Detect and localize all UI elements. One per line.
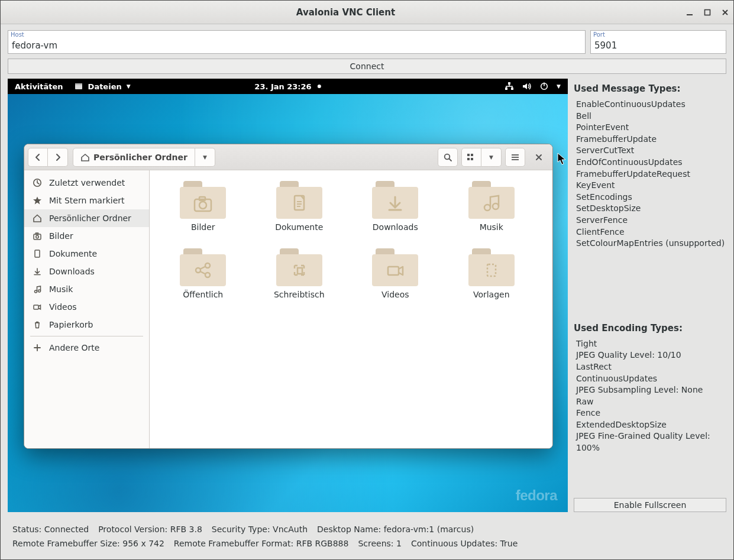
sidebar-item[interactable]: Mit Stern markiert — [24, 192, 149, 209]
headerbar: Persönlicher Ordner ▼ ▼ — [24, 144, 552, 170]
notification-dot-icon — [318, 85, 321, 88]
msgtype-item: Bell — [576, 111, 726, 122]
framebuffer-view[interactable]: Aktivitäten Dateien ▼ 23. Jan 23:26 — [8, 79, 568, 512]
port-label: Port — [593, 31, 605, 38]
sidebar-item-label: Bilder — [49, 231, 73, 241]
status-segment: Security Type: VncAuth — [212, 523, 308, 537]
msgtypes-list: EnableContinuousUpdatesBellPointerEventF… — [574, 99, 726, 250]
search-button[interactable] — [438, 148, 458, 167]
folder-label: Dokumente — [275, 222, 323, 232]
enctypes-list: TightJPEG Quality Level: 10/10LastRectCo… — [574, 338, 726, 454]
sidebar-item[interactable]: Downloads — [24, 263, 149, 280]
sidebar-item[interactable]: Persönlicher Ordner — [24, 209, 149, 227]
connect-button[interactable]: Connect — [8, 59, 726, 74]
clock[interactable]: 23. Jan 23:26 — [254, 82, 321, 91]
status-segment: Desktop Name: fedora-vm:1 (marcus) — [317, 523, 474, 537]
view-options-button[interactable]: ▼ — [481, 148, 502, 167]
folder-icon — [180, 248, 226, 286]
status-segment: Status: Connected — [12, 523, 89, 537]
folder-item[interactable]: Videos — [350, 248, 441, 299]
port-value: 5901 — [594, 40, 617, 51]
sidebar-item[interactable]: Videos — [24, 298, 149, 316]
sidebar-item[interactable]: Musik — [24, 280, 149, 298]
hamburger-menu-button[interactable] — [505, 148, 525, 167]
enctype-item: Tight — [576, 338, 726, 350]
video-icon — [33, 302, 42, 312]
view-grid-button[interactable] — [461, 148, 481, 167]
folder-item[interactable]: Dokumente — [254, 181, 345, 232]
msgtype-item: SetEncodings — [576, 192, 726, 203]
folder-item[interactable]: Vorlagen — [447, 248, 537, 299]
msgtype-item: FramebufferUpdateRequest — [576, 169, 726, 180]
path-button[interactable]: Persönlicher Ordner — [73, 148, 195, 167]
host-field[interactable]: Host fedora-vm — [8, 30, 586, 54]
close-icon — [535, 153, 543, 161]
folder-item[interactable]: Musik — [447, 181, 537, 232]
network-icon[interactable] — [505, 82, 514, 90]
folder-icon — [180, 181, 226, 219]
svg-rect-1 — [705, 9, 710, 15]
file-view[interactable]: BilderDokumenteDownloadsMusikÖffentlichS… — [150, 170, 552, 448]
folder-item[interactable]: Schreibtisch — [254, 248, 345, 299]
grid-icon — [467, 153, 476, 161]
folder-item[interactable]: Bilder — [158, 181, 248, 232]
svg-rect-11 — [471, 154, 473, 156]
status-segment: Remote Framebuffer Format: RFB RGB888 — [174, 537, 349, 551]
sidebar-item[interactable]: Bilder — [24, 227, 149, 245]
port-field[interactable]: Port 5901 — [590, 30, 726, 54]
folder-item[interactable]: Öffentlich — [158, 248, 248, 299]
app-menu[interactable]: Dateien ▼ — [74, 82, 131, 91]
sidebar-item[interactable]: Andere Orte — [24, 339, 149, 357]
app-window: Avalonia VNC Client Host fedora-vm Port … — [0, 0, 734, 560]
power-icon[interactable] — [540, 82, 548, 90]
close-button[interactable] — [722, 9, 729, 16]
sidebar-item-label: Persönlicher Ordner — [49, 213, 131, 223]
sidebar-item[interactable]: Zuletzt verwendet — [24, 174, 149, 192]
star-icon — [33, 196, 42, 205]
system-menu-chevron-icon[interactable]: ▼ — [557, 83, 561, 89]
host-value: fedora-vm — [12, 40, 57, 51]
nav-back-button[interactable] — [28, 148, 48, 167]
sidebar-item-label: Andere Orte — [49, 343, 99, 352]
folder-icon — [468, 248, 515, 286]
host-label: Host — [11, 31, 24, 38]
maximize-button[interactable] — [704, 9, 711, 16]
status-segment: Continuous Updates: True — [411, 537, 518, 551]
folder-label: Downloads — [373, 222, 418, 232]
folder-label: Musik — [480, 222, 503, 232]
msgtype-item: PointerEvent — [576, 122, 726, 134]
minimize-button[interactable] — [686, 9, 693, 16]
msgtype-item: KeyEvent — [576, 180, 726, 192]
status-segment: Remote Framebuffer Size: 956 x 742 — [12, 537, 164, 551]
camera-icon — [33, 231, 42, 241]
enctype-item: JPEG Quality Level: 10/10 — [576, 349, 726, 361]
trash-icon — [33, 320, 42, 329]
msgtype-item: ClientFence — [576, 226, 726, 238]
path-dropdown-button[interactable]: ▼ — [195, 148, 215, 167]
sidebar-item[interactable]: Papierkorb — [24, 316, 149, 334]
music-icon — [33, 284, 42, 294]
folder-icon — [468, 181, 515, 219]
nautilus-close-button[interactable] — [529, 148, 549, 167]
nav-forward-button[interactable] — [48, 148, 68, 167]
msgtype-item: SetColourMapEntries (unsupported) — [576, 238, 726, 250]
folder-item[interactable]: Downloads — [350, 181, 441, 232]
enable-fullscreen-button[interactable]: Enable Fullscreen — [574, 498, 726, 512]
gnome-top-panel: Aktivitäten Dateien ▼ 23. Jan 23:26 — [8, 79, 568, 94]
home-icon — [33, 213, 42, 223]
fedora-watermark: fedora — [516, 487, 557, 504]
activities-button[interactable]: Aktivitäten — [15, 82, 63, 91]
mouse-cursor-icon — [557, 153, 567, 166]
enctype-item: LastRect — [576, 361, 726, 373]
svg-rect-12 — [467, 158, 470, 160]
svg-rect-8 — [544, 83, 545, 86]
volume-icon[interactable] — [522, 82, 532, 90]
chevron-down-icon: ▼ — [489, 154, 493, 160]
enctype-item: Fence — [576, 407, 726, 419]
folder-label: Öffentlich — [183, 290, 223, 299]
chevron-down-icon: ▼ — [203, 154, 207, 160]
folder-icon — [372, 248, 418, 286]
msgtype-item: FramebufferUpdate — [576, 134, 726, 145]
svg-rect-6 — [511, 88, 513, 90]
sidebar-item[interactable]: Dokumente — [24, 245, 149, 263]
